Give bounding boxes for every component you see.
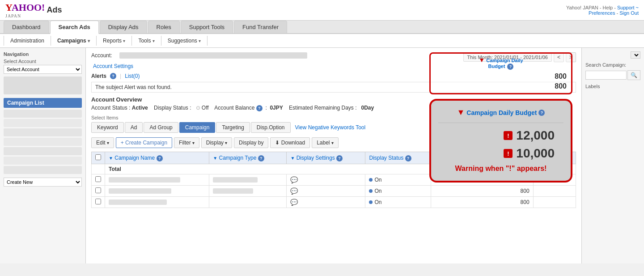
display-settings-help[interactable]: ? [336, 155, 343, 161]
row2-status: On [365, 186, 431, 197]
display-arrow-icon: ▾ [225, 140, 227, 145]
sidebar-list-item[interactable] [4, 147, 82, 155]
sidebar-list-item[interactable] [4, 128, 82, 136]
total-check-cell [92, 164, 105, 174]
keyword-btn[interactable]: Keyword [91, 122, 124, 133]
ad-btn[interactable]: Ad [125, 122, 143, 133]
alerts-help-badge[interactable]: ? [110, 73, 116, 79]
search-campaign-button[interactable]: 🔍 [627, 70, 640, 80]
remaining-value: 0Day [361, 105, 374, 111]
table-row: 💬 On 800 [92, 174, 576, 186]
labels-label: Labels [585, 84, 600, 89]
support-link[interactable]: Support ~ [617, 5, 639, 10]
subnav-suggestions[interactable]: Suggestions ▾ [161, 36, 208, 46]
search-campaign-input[interactable] [585, 71, 627, 80]
campaign-type-help[interactable]: ? [258, 155, 264, 161]
tab-display-ads[interactable]: Display Ads [100, 21, 147, 33]
row3-chat-icon: 💬 [290, 199, 298, 206]
date-prev-button[interactable]: < [554, 52, 564, 62]
remaining-label: Estimated Remaining Days : [289, 105, 356, 111]
display-status-header: Display Status ? [365, 152, 431, 164]
subnav-reports[interactable]: Reports ▾ [97, 36, 132, 46]
logo-area: YAHOO! JAPAN Ads [5, 2, 62, 18]
row2-name [105, 186, 209, 197]
select-all-checkbox[interactable] [95, 154, 101, 160]
sidebar-bottom-selector[interactable]: Create New [4, 178, 82, 187]
negative-keywords-link[interactable]: View Negative Keywords Tool [295, 124, 366, 131]
row1-status-dot [369, 178, 373, 182]
filter-arrow-icon: ▾ [192, 140, 195, 145]
yahoo-logo: YAHOO! JAPAN [5, 2, 45, 18]
tab-support-tools[interactable]: Support Tools [181, 21, 233, 33]
sidebar-list-item[interactable] [4, 110, 82, 118]
row1-name [105, 174, 209, 186]
subnav-campaigns[interactable]: Campaigns ▾ [51, 36, 97, 46]
balance-help-badge[interactable]: ? [256, 105, 263, 111]
labels-area: Labels [585, 84, 640, 89]
budget-sort-link[interactable]: Campaign Daily Budget [441, 155, 497, 161]
display-button[interactable]: Display ▾ [201, 137, 232, 148]
row2-checkbox[interactable] [95, 187, 101, 193]
date-range-button[interactable]: This Month: 2021/01/01 - 2021/01/06 [463, 53, 552, 62]
account-value-bar [119, 52, 307, 59]
row2-check [92, 186, 105, 197]
date-range-row: This Month: 2021/01/01 - 2021/01/06 < > [463, 52, 576, 62]
preferences-signout: Preferences - Sign Out [566, 10, 639, 16]
tab-search-ads[interactable]: Search Ads [50, 21, 99, 34]
ad-group-btn[interactable]: Ad Group [144, 122, 178, 133]
right-panel: Search Campaign: 🔍 Labels [581, 48, 644, 263]
alerts-list-link[interactable]: List(0) [125, 73, 140, 79]
account-top-row: Account: This Month: 2021/01/01 - 2021/0… [91, 52, 576, 62]
sidebar-list-item[interactable] [4, 157, 82, 165]
row3-status-dot [369, 200, 373, 204]
campaign-name-sort-link[interactable]: Campaign Name [114, 155, 155, 161]
budget-help[interactable]: ? [498, 155, 504, 161]
download-button[interactable]: ⬇ Download [270, 137, 310, 148]
tab-dashboard[interactable]: Dashboard [4, 21, 49, 33]
account-selector[interactable]: Select Account [4, 65, 82, 74]
edit-button[interactable]: Edit ▾ [91, 137, 114, 148]
row1-checkbox[interactable] [95, 176, 101, 182]
display-by-button[interactable]: Display by [234, 137, 268, 148]
right-panel-sort-select[interactable] [631, 51, 640, 59]
account-settings-link[interactable]: Account Settings [93, 63, 133, 69]
display-status-help[interactable]: ? [405, 155, 411, 161]
subnav-administration[interactable]: Administration [4, 36, 51, 46]
filter-button[interactable]: Filter ▾ [174, 137, 199, 148]
campaign-type-sort-icon: ▼ [213, 156, 217, 161]
campaign-table: ▼ Campaign Name ? ▼ Campaign Type ? ▼ Di… [91, 152, 576, 208]
ads-text: Ads [47, 5, 62, 15]
alert-message: The subject Alert was not found. [91, 82, 576, 93]
tab-roles[interactable]: Roles [148, 21, 180, 33]
preferences-link[interactable]: Preferences [589, 10, 615, 16]
tab-fund-transfer[interactable]: Fund Transfer [234, 21, 287, 33]
overview-row: Account Status : Active Display Status :… [91, 105, 576, 111]
row3-name-bar [109, 200, 167, 205]
account-status-value: Active [132, 105, 148, 111]
disp-option-btn[interactable]: Disp.Option [251, 122, 291, 133]
search-campaign-row: 🔍 [585, 70, 640, 80]
campaign-name-help[interactable]: ? [157, 155, 163, 161]
row2-chat-icon: 💬 [290, 187, 298, 195]
sidebar-list-item[interactable] [4, 119, 82, 127]
row2-type [209, 186, 287, 197]
date-next-button[interactable]: > [566, 52, 576, 62]
sidebar-list-item[interactable] [4, 166, 82, 174]
row2-settings: 💬 [287, 186, 365, 197]
signout-link[interactable]: Sign Out [619, 10, 639, 16]
label-button[interactable]: Label ▾ [312, 137, 338, 148]
targeting-btn[interactable]: Targeting [216, 122, 250, 133]
campaign-type-sort-link[interactable]: Campaign Type [219, 155, 256, 161]
row3-checkbox[interactable] [95, 199, 101, 204]
create-campaign-button[interactable]: + Create Campaign [116, 137, 172, 148]
subnav-tools[interactable]: Tools ▾ [132, 36, 161, 46]
main-layout: Navigation Select Account Select Account… [0, 48, 644, 263]
campaign-btn[interactable]: Campaign [179, 122, 216, 133]
row3-settings: 💬 [287, 197, 365, 208]
display-settings-sort-link[interactable]: Display Settings [297, 155, 335, 161]
row1-settings: 💬 [287, 174, 365, 186]
row1-chat-icon: 💬 [290, 176, 298, 183]
row3-impression [533, 197, 576, 208]
sidebar-list-item[interactable] [4, 138, 82, 146]
budget-sort-icon: ▼ [435, 156, 439, 161]
